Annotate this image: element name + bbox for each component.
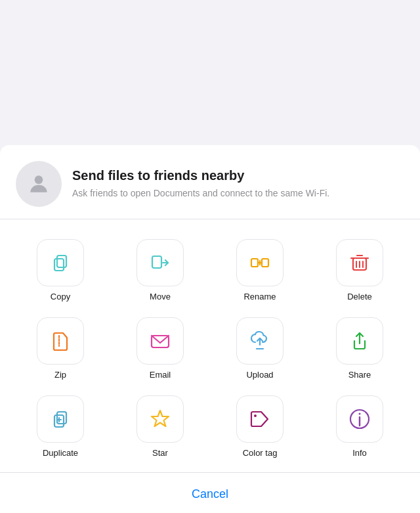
color-tag-label: Color tag xyxy=(243,448,278,458)
upload-icon xyxy=(248,329,272,353)
star-icon-box xyxy=(136,395,184,443)
copy-icon-box xyxy=(37,239,84,286)
duplicate-icon xyxy=(49,407,72,431)
header-subtitle: Ask friends to open Documents and connec… xyxy=(72,187,404,200)
share-icon-box xyxy=(336,317,383,365)
header-text: Send files to friends nearby Ask friends… xyxy=(72,167,404,200)
action-duplicate[interactable]: Duplicate xyxy=(10,389,110,467)
person-icon xyxy=(26,171,51,196)
avatar xyxy=(16,161,62,207)
zip-icon-box xyxy=(37,317,84,365)
color-tag-icon xyxy=(248,407,272,431)
actions-grid: Copy Move Renam xyxy=(0,219,420,472)
action-email[interactable]: Email xyxy=(110,311,210,389)
move-label: Move xyxy=(150,292,171,301)
delete-icon-box xyxy=(336,239,383,286)
upload-label: Upload xyxy=(246,370,273,380)
action-star[interactable]: Star xyxy=(110,389,210,467)
delete-label: Delete xyxy=(347,292,372,301)
svg-point-0 xyxy=(35,175,43,184)
move-icon-box xyxy=(136,239,184,286)
action-sheet: Send files to friends nearby Ask friends… xyxy=(0,145,420,513)
action-rename[interactable]: Rename xyxy=(210,233,310,311)
share-icon xyxy=(348,329,371,353)
svg-rect-2 xyxy=(54,259,64,271)
svg-rect-1 xyxy=(57,256,66,267)
svg-rect-5 xyxy=(251,259,258,267)
action-info[interactable]: Info xyxy=(310,389,410,467)
star-label: Star xyxy=(152,448,168,458)
copy-icon xyxy=(49,251,72,275)
action-color-tag[interactable]: Color tag xyxy=(210,389,310,467)
email-label: Email xyxy=(150,370,171,380)
svg-point-25 xyxy=(254,414,257,417)
action-share[interactable]: Share xyxy=(310,311,410,389)
info-icon-box xyxy=(336,395,383,443)
zip-icon xyxy=(49,329,72,353)
rename-icon-box xyxy=(236,239,284,286)
upload-icon-box xyxy=(236,317,284,365)
divider xyxy=(0,472,420,473)
star-icon xyxy=(148,407,172,431)
zip-label: Zip xyxy=(54,370,66,380)
action-move[interactable]: Move xyxy=(110,233,210,311)
move-icon xyxy=(148,251,172,275)
info-label: Info xyxy=(352,448,367,458)
svg-rect-6 xyxy=(262,259,268,267)
cancel-button[interactable]: Cancel xyxy=(0,476,420,513)
action-copy[interactable]: Copy xyxy=(10,233,110,311)
svg-rect-3 xyxy=(152,256,161,268)
rename-icon xyxy=(248,251,272,275)
share-label: Share xyxy=(348,370,371,380)
action-upload[interactable]: Upload xyxy=(210,311,310,389)
header-title: Send files to friends nearby xyxy=(72,167,404,183)
duplicate-label: Duplicate xyxy=(43,448,78,458)
email-icon xyxy=(148,329,172,353)
svg-marker-24 xyxy=(152,411,169,426)
email-icon-box xyxy=(136,317,184,365)
color-tag-icon-box xyxy=(236,395,284,443)
share-header: Send files to friends nearby Ask friends… xyxy=(0,145,420,219)
action-zip[interactable]: Zip xyxy=(10,311,110,389)
delete-icon xyxy=(348,251,371,275)
action-delete[interactable]: Delete xyxy=(310,233,410,311)
info-icon xyxy=(348,407,371,431)
copy-label: Copy xyxy=(51,292,70,301)
rename-label: Rename xyxy=(243,292,276,301)
duplicate-icon-box xyxy=(37,395,84,443)
